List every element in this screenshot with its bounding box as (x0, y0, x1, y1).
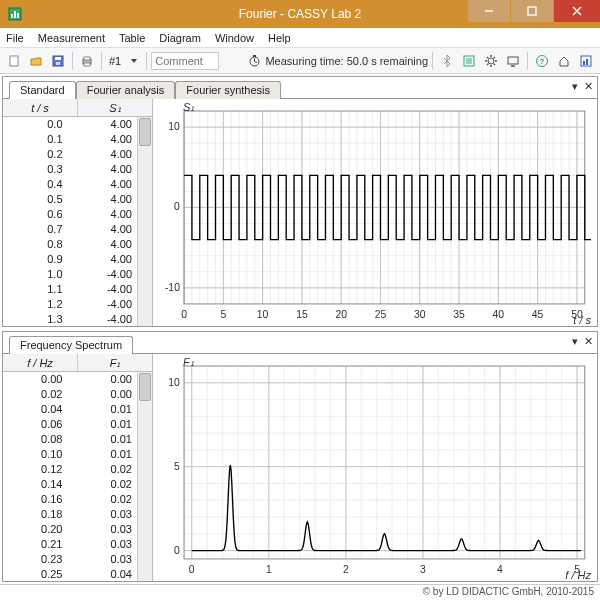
pager-label[interactable]: #1 (106, 55, 124, 67)
maximize-button[interactable] (511, 0, 553, 22)
x-axis-label-fhz: f / Hz (565, 569, 591, 581)
svg-text:1: 1 (266, 564, 272, 575)
svg-text:10: 10 (168, 377, 180, 388)
table-row[interactable]: 0.24.00 (3, 147, 152, 162)
status-value: 50.0 s remaining (347, 55, 428, 67)
svg-rect-32 (508, 57, 518, 64)
svg-text:-10: -10 (165, 282, 180, 293)
tab-fourier-synthesis[interactable]: Fourier synthesis (175, 81, 281, 99)
table-row[interactable]: 0.080.01 (3, 432, 152, 447)
table-row[interactable]: 0.210.03 (3, 537, 152, 552)
table-row[interactable]: 0.040.01 (3, 402, 152, 417)
table-row[interactable]: 0.180.03 (3, 507, 152, 522)
open-file-icon[interactable] (26, 51, 46, 71)
toolbar: #1 Measuring time: 50.0 s remaining ? (0, 48, 600, 74)
table-row[interactable]: 0.74.00 (3, 222, 152, 237)
display-icon[interactable] (503, 51, 523, 71)
table-row[interactable]: 0.160.02 (3, 492, 152, 507)
table-row[interactable]: 0.120.02 (3, 462, 152, 477)
help-icon[interactable]: ? (532, 51, 552, 71)
svg-text:20: 20 (335, 309, 347, 320)
gear-icon[interactable] (481, 51, 501, 71)
time-table-rows: 0.04.000.14.000.24.000.34.000.44.000.54.… (3, 117, 152, 326)
bluetooth-icon[interactable] (437, 51, 457, 71)
new-file-icon[interactable] (4, 51, 24, 71)
pane-dropdown-icon[interactable]: ▾ (572, 80, 578, 93)
table-row[interactable]: 1.1-4.00 (3, 282, 152, 297)
svg-rect-2 (14, 11, 16, 18)
table-row[interactable]: 0.44.00 (3, 177, 152, 192)
pane-close-icon[interactable]: ✕ (584, 335, 593, 348)
col-s1[interactable]: S₁ (78, 99, 152, 116)
save-file-icon[interactable] (48, 51, 68, 71)
menu-help[interactable]: Help (268, 32, 291, 44)
col-f1[interactable]: F₁ (78, 354, 152, 371)
table-row[interactable]: 0.84.00 (3, 237, 152, 252)
standard-pane: Standard Fourier analysis Fourier synthe… (2, 76, 598, 327)
table-row[interactable]: 0.200.03 (3, 522, 152, 537)
table-row[interactable]: 0.140.02 (3, 477, 152, 492)
pane-dropdown-icon[interactable]: ▾ (572, 335, 578, 348)
table-row[interactable]: 0.14.00 (3, 132, 152, 147)
svg-rect-18 (253, 55, 256, 57)
table-row[interactable]: 0.64.00 (3, 207, 152, 222)
svg-rect-1 (11, 14, 13, 18)
svg-text:4: 4 (497, 564, 503, 575)
table-row[interactable]: 0.060.01 (3, 417, 152, 432)
table-row[interactable]: 0.54.00 (3, 192, 152, 207)
tab-standard[interactable]: Standard (9, 81, 76, 99)
spectrum-chart[interactable]: F₁ f / Hz 0123450510 (153, 354, 597, 581)
menu-diagram[interactable]: Diagram (159, 32, 201, 44)
pane-close-icon[interactable]: ✕ (584, 80, 593, 93)
menu-measurement[interactable]: Measurement (38, 32, 105, 44)
table-row[interactable]: 1.2-4.00 (3, 297, 152, 312)
svg-text:35: 35 (453, 309, 465, 320)
scrollbar-thumb[interactable] (139, 373, 151, 401)
svg-rect-13 (84, 57, 90, 60)
scrollbar-thumb[interactable] (139, 118, 151, 146)
col-time[interactable]: t / s (3, 99, 78, 116)
bottom-tabs: Frequency Spectrum ▾ ✕ (3, 332, 597, 353)
home-icon[interactable] (554, 51, 574, 71)
svg-rect-14 (84, 63, 90, 66)
table-row[interactable]: 0.020.00 (3, 387, 152, 402)
menubar: File Measurement Table Diagram Window He… (0, 28, 600, 48)
tab-frequency-spectrum[interactable]: Frequency Spectrum (9, 336, 133, 354)
menu-window[interactable]: Window (215, 32, 254, 44)
svg-text:2: 2 (343, 564, 349, 575)
freq-table: f / Hz F₁ 0.000.000.020.000.040.010.060.… (3, 354, 153, 581)
titlebar: Fourier - CASSY Lab 2 (0, 0, 600, 28)
table-row[interactable]: 1.3-4.00 (3, 312, 152, 326)
tab-fourier-analysis[interactable]: Fourier analysis (76, 81, 176, 99)
comment-input[interactable] (151, 52, 219, 70)
menu-file[interactable]: File (6, 32, 24, 44)
svg-text:15: 15 (296, 309, 308, 320)
svg-rect-5 (528, 7, 536, 15)
svg-line-31 (494, 57, 495, 58)
svg-text:10: 10 (168, 121, 180, 132)
minimize-button[interactable] (468, 0, 510, 22)
table-row[interactable]: 1.0-4.00 (3, 267, 152, 282)
table-row[interactable]: 0.34.00 (3, 162, 152, 177)
col-freq[interactable]: f / Hz (3, 354, 78, 371)
freq-table-rows: 0.000.000.020.000.040.010.060.010.080.01… (3, 372, 152, 581)
table-row[interactable]: 0.250.04 (3, 567, 152, 581)
table-row[interactable]: 0.94.00 (3, 252, 152, 267)
dropdown-icon[interactable] (126, 53, 142, 69)
settings-icon[interactable] (459, 51, 479, 71)
signal-chart[interactable]: S₁ t / s 05101520253035404550-10010 (153, 99, 597, 326)
menu-table[interactable]: Table (119, 32, 145, 44)
svg-text:45: 45 (532, 309, 544, 320)
close-button[interactable] (554, 0, 600, 22)
app-icon (6, 5, 24, 23)
table-row[interactable]: 0.000.00 (3, 372, 152, 387)
svg-rect-3 (17, 13, 19, 18)
svg-line-17 (254, 62, 257, 63)
table-row[interactable]: 0.04.00 (3, 117, 152, 132)
table-row[interactable]: 0.100.01 (3, 447, 152, 462)
table-row[interactable]: 0.230.03 (3, 552, 152, 567)
svg-rect-185 (184, 366, 585, 559)
print-icon[interactable] (77, 51, 97, 71)
stopwatch-icon (246, 53, 262, 69)
chart-tool-icon[interactable] (576, 51, 596, 71)
